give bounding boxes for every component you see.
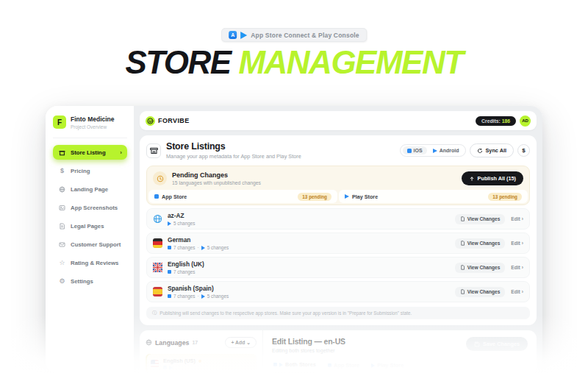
topbar: FORVIBE Credits: 186 AD xyxy=(140,111,537,130)
tab-app-store[interactable]: App Store xyxy=(328,361,359,373)
unsaved-dot-icon xyxy=(198,360,201,363)
separator: · xyxy=(198,294,199,299)
add-label: + Add xyxy=(231,340,245,345)
app-store-icon xyxy=(328,363,331,367)
tab-both-stores[interactable]: Both Stores xyxy=(273,361,316,373)
tab-label: Both Stores xyxy=(285,361,316,368)
language-row-spanish: Spanish (Spain) 7 changes · 5 changes Vi… xyxy=(146,281,530,302)
pending-title: Pending Changes xyxy=(172,171,261,179)
brand[interactable]: FORVIBE xyxy=(146,116,190,126)
sidebar-item-customer-support[interactable]: Customer Support xyxy=(53,237,127,252)
sidebar-item-landing-page[interactable]: Landing Page xyxy=(53,182,127,196)
stores-badge-label: App Store Connect & Play Console xyxy=(251,32,359,39)
google-play-icon xyxy=(169,366,173,370)
google-play-icon xyxy=(433,149,437,153)
language-name: az-AZ xyxy=(168,212,196,219)
edit-link[interactable]: Edit › xyxy=(511,216,523,221)
publishing-note-text: Publishing will send changes to the resp… xyxy=(159,310,412,316)
star-icon: ☆ xyxy=(58,260,66,266)
chevron-right-icon: › xyxy=(120,149,122,156)
language-row-az: az-AZ 5 changes View Changes Edit › xyxy=(146,208,530,230)
apple-changes: 7 changes xyxy=(173,245,196,250)
apple-changes: 7 changes xyxy=(173,294,196,299)
sidebar-item-store-listing[interactable]: Store Listing › xyxy=(53,145,127,160)
panel-title: Store Listings xyxy=(166,141,301,152)
sidebar-item-settings[interactable]: ⚙ Settings xyxy=(53,274,127,288)
app-store-icon xyxy=(168,294,171,298)
view-changes-label: View Changes xyxy=(467,216,501,221)
info-icon: ⓘ xyxy=(152,310,157,316)
storefront-icon xyxy=(58,149,66,156)
arrow-right-icon: › xyxy=(522,216,523,221)
view-changes-button[interactable]: View Changes xyxy=(455,263,506,273)
gear-icon: ⚙ xyxy=(58,278,66,285)
google-play-icon xyxy=(240,32,247,39)
globe-icon xyxy=(58,186,66,193)
sidebar-divider xyxy=(53,138,127,138)
play-changes: 5 changes xyxy=(207,294,229,299)
publish-all-button[interactable]: Publish All (15) xyxy=(462,171,523,185)
arrow-right-icon: › xyxy=(522,289,523,294)
publish-all-label: Publish All (15) xyxy=(478,175,516,182)
project-logo: F xyxy=(53,116,66,129)
panel-subtitle: Manage your app metadata for App Store a… xyxy=(166,153,301,160)
sidebar-item-label: Rating & Reviews xyxy=(71,260,118,266)
separator: · xyxy=(198,245,199,250)
language-name: German xyxy=(168,236,229,244)
view-changes-button[interactable]: View Changes xyxy=(455,214,506,224)
language-row-german: German 7 changes · 5 changes View Change… xyxy=(146,232,530,254)
save-changes-button[interactable]: Save Changes xyxy=(466,337,528,351)
google-play-icon xyxy=(279,363,283,367)
editor-panel: Languages 17 + Add ⌄ English (US) xyxy=(140,330,537,373)
view-changes-label: View Changes xyxy=(467,265,501,270)
avatar[interactable]: AD xyxy=(520,116,531,127)
app-store-icon xyxy=(154,194,159,199)
google-play-icon xyxy=(371,363,375,368)
platform-android-label: Android xyxy=(440,148,459,153)
pending-count-badge: 13 pending xyxy=(298,193,331,201)
credits-label: Credits: xyxy=(481,118,501,124)
sidebar-item-pricing[interactable]: $ Pricing xyxy=(53,163,127,178)
edit-link[interactable]: Edit › xyxy=(511,265,523,270)
edit-label: Edit xyxy=(511,265,520,270)
play-changes: 5 changes xyxy=(207,245,229,250)
mail-icon xyxy=(58,241,66,248)
edit-label: Edit xyxy=(511,241,520,246)
app-store-icon xyxy=(163,366,167,369)
credits-value: 186 xyxy=(502,118,510,124)
app-store-icon: A xyxy=(229,31,237,39)
arrow-right-icon: › xyxy=(522,241,523,246)
platform-toggle-ios[interactable]: iOS xyxy=(403,146,427,154)
sidebar-item-legal-pages[interactable]: Legal Pages xyxy=(53,219,127,233)
pending-store-appstore: App Store 13 pending xyxy=(148,190,337,203)
edit-link[interactable]: Edit › xyxy=(511,241,523,246)
language-item-en-us[interactable]: English (US) xyxy=(146,354,257,373)
image-icon xyxy=(58,205,66,211)
edit-link[interactable]: Edit › xyxy=(511,289,523,294)
edit-label: Edit xyxy=(511,289,520,294)
sidebar: F Finto Medicine Project Overview Store … xyxy=(46,106,134,373)
language-item-name: English (US) xyxy=(163,358,196,364)
view-changes-button[interactable]: View Changes xyxy=(455,287,506,297)
sync-all-button[interactable]: Sync All xyxy=(470,143,514,157)
platform-toggle-android[interactable]: Android xyxy=(429,146,464,154)
view-changes-label: View Changes xyxy=(467,289,501,294)
sidebar-item-label: Store Listing xyxy=(71,149,106,156)
page-title-dark: STORE xyxy=(125,44,230,80)
add-language-button[interactable]: + Add ⌄ xyxy=(225,337,257,348)
sidebar-item-rating-reviews[interactable]: ☆ Rating & Reviews xyxy=(53,255,127,270)
document-icon xyxy=(58,223,66,230)
publishing-note: ⓘ Publishing will send changes to the re… xyxy=(146,307,530,319)
save-icon xyxy=(474,341,480,347)
project-switcher[interactable]: F Finto Medicine Project Overview xyxy=(53,116,127,129)
sidebar-item-app-screenshots[interactable]: App Screenshots xyxy=(53,200,127,215)
edit-listing-pane: Edit Listing — en-US Editing both stores… xyxy=(263,330,537,373)
view-changes-button[interactable]: View Changes xyxy=(455,238,506,249)
us-flag-icon xyxy=(151,360,159,368)
apple-changes: 7 changes xyxy=(173,269,196,274)
sidebar-item-label: App Screenshots xyxy=(71,205,118,211)
tab-play-store[interactable]: Play Store xyxy=(371,361,404,373)
currency-button[interactable]: $ xyxy=(517,144,530,157)
refresh-icon xyxy=(477,148,483,154)
languages-title: Languages xyxy=(155,339,189,347)
